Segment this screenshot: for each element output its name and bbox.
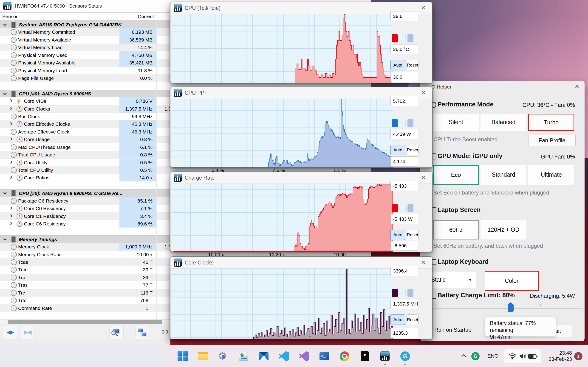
slider-handle[interactable] <box>508 302 514 312</box>
reset-button[interactable]: Reset <box>406 230 418 240</box>
run-on-startup-label: Run on Startup <box>434 327 471 333</box>
reset-button[interactable]: Reset <box>406 315 418 325</box>
expander-chevron-icon[interactable] <box>9 206 12 210</box>
grid-color-swatch[interactable] <box>407 34 414 42</box>
sensor-label: Tras <box>18 281 27 289</box>
sensor-current-value: 85.1 % <box>120 197 156 205</box>
sensor-current-value: 0.5 % <box>120 159 156 166</box>
expander-chevron-icon[interactable] <box>9 176 12 179</box>
taskbar-icon-mail[interactable] <box>258 351 269 362</box>
series-color-swatch[interactable] <box>392 119 398 127</box>
language-indicator[interactable]: ENG <box>487 353 498 359</box>
expander-chevron-icon[interactable] <box>9 222 12 225</box>
volume-icon[interactable] <box>518 352 527 361</box>
close-icon[interactable]: ✕ <box>419 259 427 266</box>
sensor-label: Trcd <box>18 266 27 273</box>
screen-60hz-button[interactable]: 60Hz <box>433 220 479 240</box>
close-icon[interactable]: ✕ <box>419 89 427 96</box>
reset-button[interactable]: Reset <box>406 60 418 70</box>
horizontal-scrollbar[interactable] <box>0 319 170 324</box>
mode-silent-button[interactable]: Silent <box>433 114 479 131</box>
auto-fit-button[interactable]: Auto Fit <box>390 145 405 155</box>
sensor-current-value: 1 T <box>120 304 156 312</box>
clock-icon <box>11 275 17 281</box>
sensor-label: Page File Usage <box>18 74 54 82</box>
close-icon[interactable]: ✕ <box>419 4 427 11</box>
clock-icon <box>11 244 17 250</box>
chevron-down-icon[interactable] <box>3 91 7 95</box>
close-icon[interactable]: ✕ <box>574 83 579 90</box>
expander-chevron-icon[interactable] <box>9 137 12 141</box>
taskbar-icon-visual-studio[interactable] <box>299 351 310 362</box>
chevron-down-icon[interactable] <box>3 23 7 26</box>
mode-balanced-button[interactable]: Balanced <box>481 114 527 131</box>
expander-chevron-icon[interactable] <box>9 99 12 102</box>
column-divider <box>156 21 157 319</box>
sensor-current-value: 3.4 % <box>120 212 156 220</box>
wifi-icon[interactable] <box>508 352 517 361</box>
remote-monitors-button[interactable] <box>136 326 150 339</box>
chevron-down-icon[interactable] <box>3 191 7 195</box>
taskbar-icon-file-explorer[interactable] <box>198 351 208 362</box>
gpu-eco-button[interactable]: Eco <box>433 165 479 185</box>
expander-chevron-icon[interactable] <box>9 107 12 110</box>
auto-fit-button[interactable]: Auto Fit <box>390 315 405 325</box>
background-color-swatch[interactable] <box>400 289 406 297</box>
background-color-swatch[interactable] <box>400 34 406 42</box>
expander-chevron-icon[interactable] <box>9 214 12 217</box>
taskbar-icon-vscode[interactable] <box>278 351 289 362</box>
backlight-mode-dropdown[interactable]: Static <box>426 272 476 288</box>
sensor-current-value: 1,397.5 MHz <box>120 105 156 113</box>
scrollbar-thumb[interactable] <box>8 320 162 324</box>
clock-icon <box>11 114 17 119</box>
tray-clock[interactable]: 23:48 23-Feb-23 <box>547 350 572 362</box>
graph-title: Core Clocks <box>185 260 213 266</box>
expander-chevron-icon[interactable] <box>9 160 12 164</box>
clock-icon <box>17 136 23 142</box>
screen-120hz-button[interactable]: 120Hz + OD <box>481 220 527 240</box>
close-icon[interactable]: ✕ <box>419 174 427 181</box>
taskbar-icon-start[interactable] <box>177 351 188 362</box>
voltage-icon <box>17 98 21 104</box>
clock-icon <box>11 129 17 135</box>
taskbar-icon-powershell[interactable] <box>319 351 330 362</box>
tray-overflow-chevron-icon[interactable] <box>461 354 466 359</box>
screen-capture-button[interactable] <box>109 326 124 339</box>
grammarly-tray-icon[interactable]: G <box>471 352 480 360</box>
sensor-current-value: 6,193 MB <box>120 28 156 36</box>
collapse-columns-button[interactable]: ▶◀ <box>20 326 35 339</box>
notification-badge[interactable]: 1 <box>574 352 582 360</box>
graph-plot-area <box>172 269 393 339</box>
expander-chevron-icon[interactable] <box>9 122 12 125</box>
background-color-swatch[interactable] <box>400 119 406 127</box>
taskbar-icon-system-monitor[interactable] <box>238 351 249 362</box>
magnifier-icon <box>111 331 116 335</box>
taskbar-icon-hwinfo[interactable] <box>380 351 390 362</box>
fan-profile-button[interactable]: Fan Profile <box>528 135 576 146</box>
background-color-swatch[interactable] <box>400 204 406 212</box>
column-current[interactable]: Current <box>120 14 154 19</box>
battery-icon[interactable] <box>528 352 538 361</box>
grid-color-swatch[interactable] <box>407 119 414 127</box>
series-color-swatch[interactable] <box>392 204 398 212</box>
monitor-icon <box>141 332 147 336</box>
gpu-standard-button[interactable]: Standard <box>481 165 527 185</box>
reset-button[interactable]: Reset <box>406 145 418 155</box>
series-color-swatch[interactable] <box>392 34 398 42</box>
gpu-ultimate-button[interactable]: Ultimate <box>528 165 574 185</box>
grid-color-swatch[interactable] <box>407 204 414 212</box>
keyboard-color-button[interactable]: Color <box>485 271 539 291</box>
taskbar-icon-g-helper[interactable]: G <box>400 351 411 362</box>
taskbar-icon-chrome[interactable] <box>339 351 350 362</box>
mode-turbo-button[interactable]: Turbo <box>528 114 574 131</box>
taskbar-icon-trezor[interactable] <box>359 351 370 362</box>
battery-heading: Battery Charge Limit: 80% <box>438 292 515 299</box>
auto-fit-button[interactable]: Auto Fit <box>390 60 405 70</box>
auto-fit-button[interactable]: Auto Fit <box>390 230 405 240</box>
grid-color-swatch[interactable] <box>407 289 414 297</box>
taskbar-icon-settings[interactable]: ⚙ <box>218 351 229 362</box>
expand-columns-button[interactable]: ◀▶ <box>3 326 17 339</box>
chevron-down-icon[interactable] <box>3 237 7 241</box>
column-sensor[interactable]: Sensor <box>2 14 18 19</box>
series-color-swatch[interactable] <box>392 289 398 297</box>
